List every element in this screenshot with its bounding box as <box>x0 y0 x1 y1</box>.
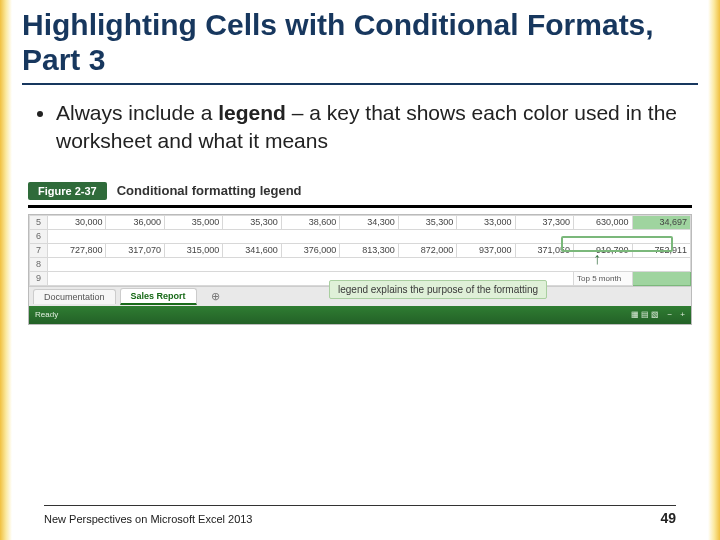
cell: 315,000 <box>164 243 222 257</box>
tab-add[interactable]: ⊕ <box>201 288 230 305</box>
figure-tag: Figure 2-37 <box>28 182 107 200</box>
slide-edge-left <box>0 0 12 540</box>
slide-footer: New Perspectives on Microsoft Excel 2013… <box>44 505 676 526</box>
table-row: 8 <box>30 257 691 271</box>
row-header: 6 <box>30 229 48 243</box>
status-ready: Ready <box>35 310 58 319</box>
callout-box: legend explains the purpose of the forma… <box>329 280 547 300</box>
cell: 727,800 <box>48 243 106 257</box>
figure-caption-row: Figure 2-37 Conditional formatting legen… <box>28 180 692 202</box>
status-bar: Ready ▦ ▤ ▧ − + <box>29 306 691 324</box>
footer-text: New Perspectives on Microsoft Excel 2013 <box>44 513 252 525</box>
zoom-out-icon[interactable]: − <box>667 310 672 319</box>
view-icons[interactable]: ▦ ▤ ▧ <box>631 310 659 319</box>
cell: 630,000 <box>574 215 632 229</box>
cell: 30,000 <box>48 215 106 229</box>
bullet-text-bold: legend <box>218 101 286 124</box>
cell: 376,000 <box>281 243 339 257</box>
legend-swatch <box>632 271 690 285</box>
figure-caption: Conditional formatting legend <box>117 183 302 198</box>
cell: 34,300 <box>340 215 398 229</box>
bullet-item: Always include a legend – a key that sho… <box>56 99 688 156</box>
slide-edge-right <box>708 0 720 540</box>
slide-body: Highlighting Cells with Conditional Form… <box>22 0 698 540</box>
zoom-in-icon[interactable]: + <box>680 310 685 319</box>
cell: 752,911 <box>632 243 690 257</box>
excel-screenshot: 5 30,000 36,000 35,000 35,300 38,600 34,… <box>28 214 692 325</box>
cell: 371,050 <box>515 243 573 257</box>
cell: 36,000 <box>106 215 164 229</box>
cell: 35,300 <box>398 215 456 229</box>
cell: 910,700 <box>574 243 632 257</box>
cell-empty <box>48 229 691 243</box>
cell: 33,000 <box>457 215 515 229</box>
cell: 317,070 <box>106 243 164 257</box>
cell: 35,300 <box>223 215 281 229</box>
cell: 937,000 <box>457 243 515 257</box>
status-right: ▦ ▤ ▧ − + <box>625 310 685 319</box>
table-row: 5 30,000 36,000 35,000 35,300 38,600 34,… <box>30 215 691 229</box>
cell: 38,600 <box>281 215 339 229</box>
tab-documentation[interactable]: Documentation <box>33 289 116 304</box>
cell: 813,300 <box>340 243 398 257</box>
tab-sales-report[interactable]: Sales Report <box>120 288 197 305</box>
row-header: 7 <box>30 243 48 257</box>
cell: 37,300 <box>515 215 573 229</box>
page-number: 49 <box>660 510 676 526</box>
arrow-icon: ↑ <box>593 250 601 268</box>
legend-text: Top 5 month <box>574 271 632 285</box>
table-row: 6 <box>30 229 691 243</box>
figure: Figure 2-37 Conditional formatting legen… <box>28 180 692 325</box>
cell: 35,000 <box>164 215 222 229</box>
cell: 872,000 <box>398 243 456 257</box>
row-header: 5 <box>30 215 48 229</box>
cell: 341,600 <box>223 243 281 257</box>
row-header: 9 <box>30 271 48 285</box>
bullet-text-pre: Always include a <box>56 101 218 124</box>
slide-title: Highlighting Cells with Conditional Form… <box>22 0 698 81</box>
table-row: 7 727,800 317,070 315,000 341,600 376,00… <box>30 243 691 257</box>
worksheet-grid: 5 30,000 36,000 35,000 35,300 38,600 34,… <box>29 215 691 286</box>
row-header: 8 <box>30 257 48 271</box>
cell-highlighted: 34,697 <box>632 215 690 229</box>
bullet-list: Always include a legend – a key that sho… <box>22 85 698 156</box>
figure-divider <box>28 205 692 208</box>
